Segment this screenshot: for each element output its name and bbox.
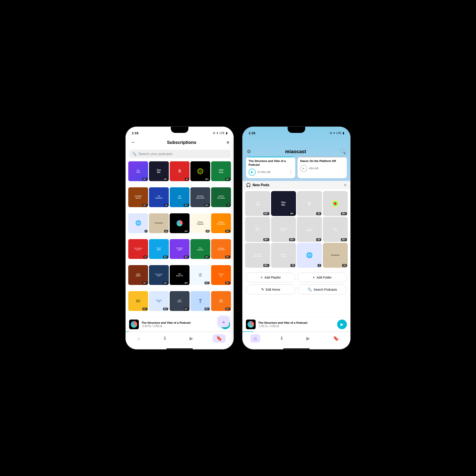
new-pods-section-header: 🎧 New Pods ✕: [242, 181, 350, 189]
np-album-art: [129, 320, 139, 329]
list-item[interactable]: LifeKit 99+: [190, 265, 210, 285]
nav-queue[interactable]: ▶: [186, 334, 197, 343]
settings-button[interactable]: ⚙: [247, 149, 251, 154]
np-card-2[interactable]: Havoc On the Platform Off ▶ 45m left: [298, 157, 347, 178]
filter-button[interactable]: ≡: [226, 140, 229, 145]
status-time-left: 1:18: [132, 131, 138, 135]
list-item[interactable]: The EzraKlein Show 99+: [245, 243, 270, 268]
list-item[interactable]: TEDRadio HC 99+: [170, 265, 189, 285]
action-buttons: + Add Playlist + Add Folder ✎ Edit Home …: [242, 270, 350, 297]
list-item[interactable]: The StudentsPodcast 33: [128, 239, 148, 259]
np-title: The Structure and Vibe of a Podcast: [141, 321, 218, 325]
list-item[interactable]: RoughTranslation 99+: [211, 213, 231, 233]
wifi-icon-right: ▾: [333, 131, 335, 135]
episode-badge: 99+: [184, 256, 189, 258]
list-item[interactable]: CodeSwitch 99+: [128, 265, 148, 285]
list-item[interactable]: TheVerge 99+: [128, 161, 148, 181]
list-item[interactable]: ConsiderThis 99+: [149, 291, 169, 311]
list-item[interactable]: 99+: [323, 191, 348, 216]
edit-home-button[interactable]: ✎ Edit Home: [246, 285, 295, 294]
card-more-button-1[interactable]: ⋮: [289, 170, 293, 174]
list-item[interactable]: Syntax. 99+: [149, 161, 169, 181]
list-item[interactable]: S 46: [297, 191, 322, 216]
episode-badge: 99+: [263, 238, 269, 241]
back-button[interactable]: ←: [130, 139, 137, 146]
episode-badge: 99+: [204, 308, 210, 310]
edit-icon: ✎: [261, 287, 264, 291]
wifi-icon: ▾: [217, 131, 218, 135]
list-item[interactable]: Syntax. 99+: [271, 191, 296, 216]
episode-badge: 99+: [289, 212, 295, 215]
list-item[interactable]: Land ofGiants 70: [271, 243, 296, 268]
svg-point-2: [199, 170, 201, 172]
card-controls-2: ▶ 45m left: [300, 165, 344, 172]
list-item[interactable]: The BookReview 99+: [271, 217, 296, 242]
list-item[interactable]: WaitDon't 99+: [211, 291, 231, 311]
list-item[interactable]: PlanetMoney 99+: [128, 291, 148, 311]
list-item[interactable]: Pop CultureHappy 99+: [149, 265, 169, 285]
episode-badge: 99+: [142, 204, 147, 206]
search-bar[interactable]: 🔍 Search your podcasts: [129, 150, 230, 158]
list-item[interactable]: TheHeadlines 49: [149, 187, 169, 207]
episode-badge: 99+: [204, 282, 210, 284]
list-item[interactable]: S 46: [170, 161, 189, 181]
list-item[interactable]: TheIndicator 99+: [190, 239, 210, 259]
list-item[interactable]: The BookReview 99+: [128, 187, 148, 207]
list-item[interactable]: 99+: [190, 161, 210, 181]
list-item[interactable]: 99+: [170, 213, 189, 233]
search-placeholder: Search your podcasts: [138, 152, 172, 156]
list-item[interactable]: It's BeenA Min 99+: [170, 239, 189, 259]
nav-home-right[interactable]: ⌂: [250, 334, 260, 343]
list-item[interactable]: The EzraKlein Show 99+: [190, 187, 210, 207]
list-item[interactable]: TheDaily 99+: [170, 187, 189, 207]
right-phone: 1:18 ⊖ ▾ LTE ▮ ⚙ miaocast 🔍 The Structur…: [242, 127, 350, 349]
list-item[interactable]: TheHeadlines 48: [297, 217, 322, 242]
list-item[interactable]: FreshAir 99+: [211, 265, 231, 285]
list-item[interactable]: HardFork 99+: [245, 217, 270, 242]
collapse-button[interactable]: ✕: [343, 183, 347, 187]
nav-subscriptions[interactable]: 🔖: [213, 334, 226, 343]
add-folder-button[interactable]: + Add Folder: [298, 272, 347, 282]
np-album-art-right: [246, 320, 256, 329]
card-title-2: Havoc On the Platform Off: [300, 159, 344, 163]
list-item[interactable]: All SongsConsidered 99+: [211, 239, 231, 259]
episode-badge: 99+: [142, 308, 147, 310]
notch: [171, 127, 188, 133]
list-item[interactable]: HardFork 99+: [211, 161, 231, 181]
card-play-button-2[interactable]: ▶: [300, 165, 307, 172]
nav-downloads[interactable]: ⬇: [159, 334, 170, 343]
list-item[interactable]: 🌐 2: [128, 213, 148, 233]
nav-subscriptions-right[interactable]: 🔖: [329, 334, 342, 343]
np-card-1[interactable]: The Structure and Vibe of a Podcast ▶ 1h…: [246, 157, 295, 178]
home-indicator: [166, 348, 193, 349]
list-item[interactable]: TheVerge 99+: [245, 191, 270, 216]
add-playlist-button[interactable]: + Add Playlist: [246, 272, 295, 282]
episode-badge: 99+: [225, 308, 230, 310]
progress-fill: [126, 331, 129, 332]
list-item[interactable]: NPRPolitics 99+: [170, 291, 189, 311]
notch-right: [288, 127, 305, 133]
card-play-button-1[interactable]: ▶: [249, 169, 256, 176]
list-item[interactable]: 🌐 2: [297, 243, 322, 268]
list-item[interactable]: Land ofthe Giants 70: [211, 187, 231, 207]
nav-downloads-right[interactable]: ⬇: [276, 334, 287, 343]
list-item[interactable]: TheDaily 99+: [323, 217, 348, 242]
search-podcasts-button[interactable]: 🔍 Search Podcasts: [298, 285, 347, 294]
episode-badge: 46: [185, 178, 189, 181]
nav-home[interactable]: ⌂: [134, 334, 143, 343]
list-item[interactable]: Pride &Prejudice 56: [190, 213, 210, 233]
list-item[interactable]: Persuasion 16: [323, 243, 348, 268]
play-button-right[interactable]: ▶: [337, 320, 347, 329]
svg-point-5: [334, 203, 336, 205]
status-icons-right: ⊖ ▾ LTE ▮: [330, 131, 344, 135]
app-title: miaocast: [285, 149, 306, 154]
episode-badge: 99+: [263, 212, 269, 215]
nav-queue-right[interactable]: ▶: [303, 334, 314, 343]
episode-badge: 99+: [163, 256, 168, 258]
search-button[interactable]: 🔍: [340, 149, 346, 154]
list-item[interactable]: ShortWave 99+: [149, 239, 169, 259]
list-item[interactable]: Persuasion 16: [149, 213, 169, 233]
headphones-icon: 🎧: [246, 183, 251, 187]
episode-badge: 99+: [341, 212, 347, 215]
list-item[interactable]: upfi 99+: [190, 291, 210, 311]
